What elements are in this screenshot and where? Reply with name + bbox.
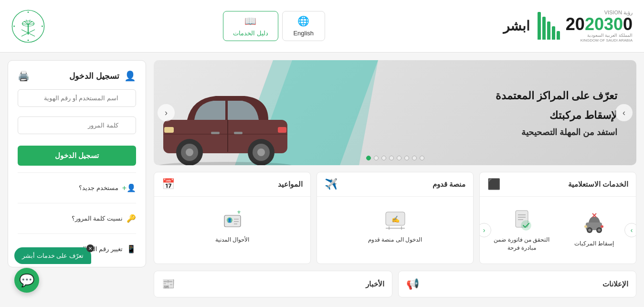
svg-rect-30 — [234, 132, 243, 134]
service-cards: الخدمات الاستعلامية ⬛ › — [154, 172, 636, 264]
civil-affairs-icon: 👤 ⚜ — [221, 208, 244, 232]
forgot-password-link[interactable]: 🔑 نسيت كلمة المرور؟ — [18, 210, 136, 227]
appointments-title: المواعيد — [278, 180, 303, 189]
book-icon: 📖 — [244, 15, 256, 27]
layers-icon: ⬛ — [487, 178, 500, 191]
calendar-icon: 📅 — [162, 178, 175, 191]
abshir-bars-logo — [538, 12, 560, 40]
appointments-header: المواعيد 📅 — [154, 172, 310, 197]
dot-5[interactable] — [389, 156, 394, 160]
plane-icon: ✈️ — [325, 178, 338, 191]
login-title: 👤 تسجيل الدخول 🖨️ — [18, 70, 136, 82]
login-divider — [18, 172, 136, 173]
new-user-icon: 👤+ — [122, 183, 136, 192]
qudoom-body: ✍ الدخول الى منصة قدوم — [317, 197, 473, 255]
svg-rect-25 — [278, 127, 286, 133]
svg-rect-37 — [601, 225, 603, 228]
svg-point-14 — [42, 25, 43, 27]
dot-1[interactable] — [420, 156, 424, 160]
svg-rect-29 — [211, 132, 220, 134]
chat-tooltip-text: تعرّف على خدمات أبشر — [22, 252, 84, 259]
header-logo-area: رؤية VISION 2020300 المملكة العربية السع… — [503, 10, 633, 43]
vision-year: 2020300 — [566, 16, 633, 33]
header: رؤية VISION 2020300 المملكة العربية السع… — [0, 0, 644, 53]
invoice-verify-icon — [510, 208, 534, 232]
vehicle-scrapping-icon — [582, 212, 606, 236]
slider-prev-button[interactable]: ‹ — [158, 104, 175, 121]
svg-rect-24 — [164, 127, 174, 133]
invoice-verify-item[interactable]: التحقق من فاتورة ضمن مبادرة فرحة — [487, 204, 556, 256]
chat-bubble: ✕ تعرّف على خدمات أبشر 💬 — [14, 247, 91, 293]
announcements-card[interactable]: الإعلانات 📢 — [398, 271, 637, 297]
login-title-text: تسجيل الدخول — [69, 71, 119, 81]
divider-3 — [18, 233, 136, 234]
slider-dots — [366, 156, 424, 160]
svg-point-20 — [186, 148, 193, 156]
svg-point-26 — [158, 162, 292, 165]
slider-line1: تعرّف على المراكز المعتمدة — [496, 88, 617, 104]
announcements-icon: 📢 — [406, 278, 419, 290]
inquiry-services-body: › — [480, 197, 636, 264]
username-input[interactable] — [18, 89, 136, 107]
dot-6[interactable] — [381, 156, 386, 160]
divider-2 — [18, 203, 136, 203]
qudoom-enter-item[interactable]: ✍ الدخول الى منصة قدوم — [325, 204, 465, 248]
login-button[interactable]: تسجيل الدخول — [18, 146, 136, 166]
svg-point-23 — [257, 148, 265, 156]
bar3 — [547, 21, 550, 40]
slider-car-image — [154, 72, 297, 165]
abshir-text: ابشر — [503, 18, 530, 34]
saudi-emblem — [11, 10, 45, 43]
chat-tooltip: ✕ تعرّف على خدمات أبشر — [14, 247, 91, 264]
hero-slider: تعرّف على المراكز المعتمدة لإسقاط مركبتك… — [154, 60, 636, 165]
svg-point-13 — [13, 25, 15, 27]
civil-affairs-item[interactable]: 👤 ⚜ الأحوال المدنية — [162, 204, 303, 248]
vision-2030-block: رؤية VISION 2020300 المملكة العربية السع… — [503, 10, 633, 43]
forgot-password-icon: 🔑 — [127, 214, 136, 223]
chat-open-button[interactable]: 💬 — [14, 268, 39, 293]
inquiry-next-arrow[interactable]: › — [624, 223, 636, 237]
slider-next-button[interactable]: › — [615, 104, 633, 121]
bar1 — [557, 31, 560, 40]
dot-3[interactable] — [404, 156, 409, 160]
globe-icon: 🌐 — [297, 15, 309, 27]
dot-7[interactable] — [374, 156, 379, 160]
svg-point-11 — [28, 11, 29, 13]
password-input[interactable] — [18, 116, 136, 134]
header-nav: 🌐 English 📖 دليل الخدمات — [223, 11, 325, 41]
inquiry-services-title: الخدمات الاستعلامية — [568, 180, 628, 189]
civil-affairs-label: الأحوال المدنية — [215, 236, 249, 244]
slider-text: تعرّف على المراكز المعتمدة لإسقاط مركبتك… — [496, 88, 617, 138]
qudoom-card[interactable]: منصة قدوم ✈️ ✍ — [317, 172, 474, 264]
new-user-text: مستخدم جديد؟ — [79, 184, 118, 191]
chat-close-button[interactable]: ✕ — [86, 244, 94, 252]
services-guide-button[interactable]: 📖 دليل الخدمات — [223, 11, 278, 41]
svg-point-33 — [588, 229, 591, 232]
username-wrapper: 👤 — [18, 89, 136, 112]
kingdom-label-en: KINGDOM OF SAUDI ARABIA — [566, 38, 633, 43]
dot-2[interactable] — [412, 156, 417, 160]
appointments-body: 👤 ⚜ الأحوال المدنية — [154, 197, 310, 255]
svg-rect-36 — [584, 225, 587, 228]
bar5 — [538, 12, 541, 40]
vehicle-scrapping-item[interactable]: إسقاط المركبات — [560, 208, 629, 252]
inquiry-services-header: الخدمات الاستعلامية ⬛ — [480, 172, 636, 197]
english-button[interactable]: 🌐 English — [282, 11, 325, 41]
login-box: 👤 تسجيل الدخول 🖨️ 👤 🔒 تسجيل الدخول 👤+ مس… — [8, 60, 146, 267]
bar2 — [552, 26, 555, 40]
inquiry-services-card[interactable]: الخدمات الاستعلامية ⬛ › — [479, 172, 636, 264]
car-svg — [154, 72, 297, 165]
svg-text:👤: 👤 — [227, 218, 232, 222]
qudoom-enter-label: الدخول الى منصة قدوم — [368, 236, 422, 244]
new-user-link[interactable]: 👤+ مستخدم جديد؟ — [18, 180, 136, 196]
main-content: تعرّف على المراكز المعتمدة لإسقاط مركبتك… — [0, 53, 644, 305]
dot-4[interactable] — [397, 156, 401, 160]
english-label: English — [293, 30, 314, 37]
news-title: الأخبار — [366, 280, 384, 288]
news-card[interactable]: الأخبار 📰 — [154, 271, 392, 297]
appointments-card[interactable]: المواعيد 📅 👤 — [154, 172, 311, 264]
news-icon: 📰 — [162, 278, 175, 290]
change-mobile-icon: 📱 — [127, 244, 136, 254]
bottom-cards: الإعلانات 📢 الأخبار 📰 — [154, 271, 636, 297]
dot-8[interactable] — [366, 156, 371, 160]
